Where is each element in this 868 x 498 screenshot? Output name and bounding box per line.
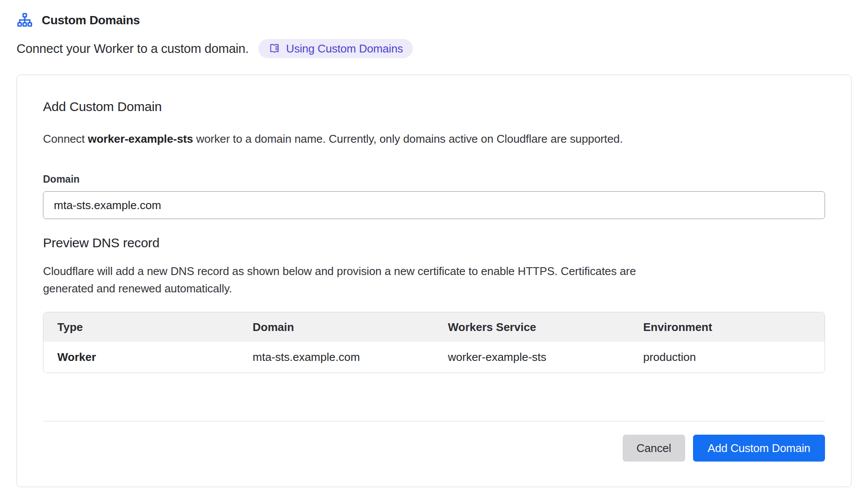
cancel-button[interactable]: Cancel xyxy=(623,435,685,462)
dns-preview-table: Type Domain Workers Service Environment … xyxy=(43,312,825,373)
cell-type: Worker xyxy=(43,342,239,373)
docs-link-label: Using Custom Domains xyxy=(286,42,403,56)
page-subtitle-row: Connect your Worker to a custom domain. … xyxy=(17,39,851,58)
cell-domain: mta-sts.example.com xyxy=(239,342,434,373)
page-title: Custom Domains xyxy=(42,13,140,27)
worker-name: worker-example-sts xyxy=(88,132,193,145)
docs-link-pill[interactable]: Using Custom Domains xyxy=(258,39,413,58)
cell-environment: production xyxy=(629,342,825,373)
sitemap-icon xyxy=(17,12,33,29)
open-book-icon xyxy=(268,43,281,55)
preview-dns-heading: Preview DNS record xyxy=(43,236,825,250)
preview-dns-description: Cloudflare will add a new DNS record as … xyxy=(43,262,686,297)
intro-suffix: worker to a domain name. Currently, only… xyxy=(193,132,623,145)
table-row: Worker mta-sts.example.com worker-exampl… xyxy=(43,342,825,373)
add-custom-domain-card: Add Custom Domain Connect worker-example… xyxy=(17,75,851,487)
custom-domains-page: Custom Domains Connect your Worker to a … xyxy=(0,0,868,487)
intro-prefix: Connect xyxy=(43,132,88,145)
page-header: Custom Domains xyxy=(17,12,851,29)
domain-input[interactable] xyxy=(43,191,825,219)
add-custom-domain-button[interactable]: Add Custom Domain xyxy=(693,435,825,462)
page-subtitle: Connect your Worker to a custom domain. xyxy=(17,42,249,56)
column-header-environment: Environment xyxy=(629,312,825,342)
column-header-domain: Domain xyxy=(239,312,434,342)
footer-actions: Cancel Add Custom Domain xyxy=(43,422,825,462)
domain-field-label: Domain xyxy=(43,174,825,185)
card-heading: Add Custom Domain xyxy=(43,99,825,114)
column-header-type: Type xyxy=(43,312,239,342)
card-intro-text: Connect worker-example-sts worker to a d… xyxy=(43,132,825,146)
column-header-workers-service: Workers Service xyxy=(434,312,630,342)
cell-workers-service: worker-example-sts xyxy=(434,342,630,373)
table-header-row: Type Domain Workers Service Environment xyxy=(43,312,825,342)
